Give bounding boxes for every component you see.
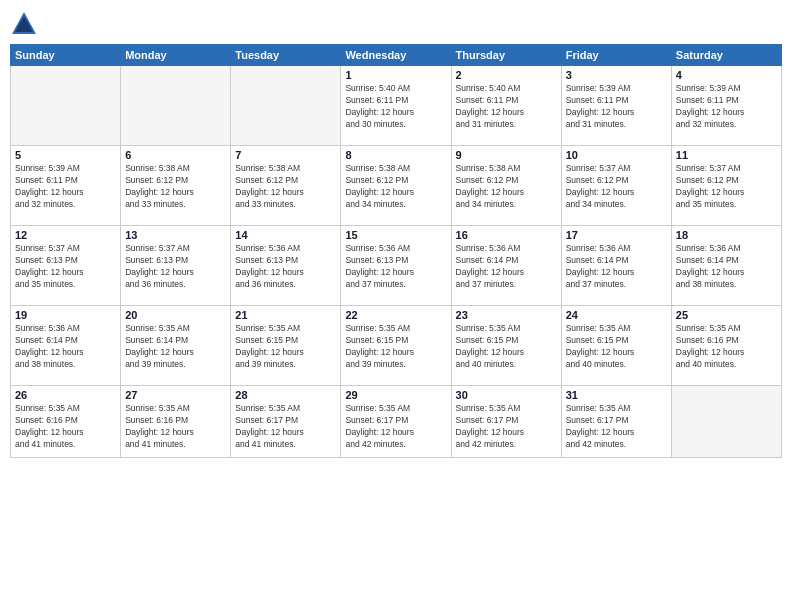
day-number: 5: [15, 149, 116, 161]
day-number: 12: [15, 229, 116, 241]
day-info: Sunrise: 5:39 AMSunset: 6:11 PMDaylight:…: [15, 163, 116, 211]
calendar-cell: 1Sunrise: 5:40 AMSunset: 6:11 PMDaylight…: [341, 66, 451, 146]
calendar-cell: 23Sunrise: 5:35 AMSunset: 6:15 PMDayligh…: [451, 306, 561, 386]
day-info: Sunrise: 5:36 AMSunset: 6:14 PMDaylight:…: [456, 243, 557, 291]
day-info: Sunrise: 5:38 AMSunset: 6:12 PMDaylight:…: [235, 163, 336, 211]
weekday-header-row: SundayMondayTuesdayWednesdayThursdayFrid…: [11, 45, 782, 66]
day-number: 30: [456, 389, 557, 401]
calendar-cell: 10Sunrise: 5:37 AMSunset: 6:12 PMDayligh…: [561, 146, 671, 226]
logo-icon: [10, 10, 38, 38]
day-info: Sunrise: 5:40 AMSunset: 6:11 PMDaylight:…: [456, 83, 557, 131]
calendar-cell: 19Sunrise: 5:36 AMSunset: 6:14 PMDayligh…: [11, 306, 121, 386]
day-info: Sunrise: 5:37 AMSunset: 6:12 PMDaylight:…: [676, 163, 777, 211]
calendar-cell: 31Sunrise: 5:35 AMSunset: 6:17 PMDayligh…: [561, 386, 671, 458]
day-info: Sunrise: 5:38 AMSunset: 6:12 PMDaylight:…: [456, 163, 557, 211]
week-row-5: 26Sunrise: 5:35 AMSunset: 6:16 PMDayligh…: [11, 386, 782, 458]
weekday-header-tuesday: Tuesday: [231, 45, 341, 66]
page: SundayMondayTuesdayWednesdayThursdayFrid…: [0, 0, 792, 612]
day-info: Sunrise: 5:35 AMSunset: 6:15 PMDaylight:…: [566, 323, 667, 371]
day-info: Sunrise: 5:36 AMSunset: 6:14 PMDaylight:…: [566, 243, 667, 291]
calendar-cell: 29Sunrise: 5:35 AMSunset: 6:17 PMDayligh…: [341, 386, 451, 458]
day-number: 25: [676, 309, 777, 321]
day-number: 14: [235, 229, 336, 241]
weekday-header-thursday: Thursday: [451, 45, 561, 66]
day-number: 29: [345, 389, 446, 401]
calendar-cell: [671, 386, 781, 458]
calendar-cell: 14Sunrise: 5:36 AMSunset: 6:13 PMDayligh…: [231, 226, 341, 306]
calendar-cell: 6Sunrise: 5:38 AMSunset: 6:12 PMDaylight…: [121, 146, 231, 226]
weekday-header-saturday: Saturday: [671, 45, 781, 66]
day-number: 2: [456, 69, 557, 81]
day-info: Sunrise: 5:35 AMSunset: 6:15 PMDaylight:…: [345, 323, 446, 371]
day-info: Sunrise: 5:35 AMSunset: 6:17 PMDaylight:…: [235, 403, 336, 451]
logo: [10, 10, 42, 38]
calendar-cell: 30Sunrise: 5:35 AMSunset: 6:17 PMDayligh…: [451, 386, 561, 458]
day-info: Sunrise: 5:35 AMSunset: 6:17 PMDaylight:…: [566, 403, 667, 451]
calendar-cell: 4Sunrise: 5:39 AMSunset: 6:11 PMDaylight…: [671, 66, 781, 146]
day-number: 13: [125, 229, 226, 241]
calendar-cell: [121, 66, 231, 146]
calendar-cell: 18Sunrise: 5:36 AMSunset: 6:14 PMDayligh…: [671, 226, 781, 306]
day-number: 22: [345, 309, 446, 321]
week-row-4: 19Sunrise: 5:36 AMSunset: 6:14 PMDayligh…: [11, 306, 782, 386]
day-number: 7: [235, 149, 336, 161]
calendar-cell: 24Sunrise: 5:35 AMSunset: 6:15 PMDayligh…: [561, 306, 671, 386]
calendar-cell: 8Sunrise: 5:38 AMSunset: 6:12 PMDaylight…: [341, 146, 451, 226]
calendar-cell: 5Sunrise: 5:39 AMSunset: 6:11 PMDaylight…: [11, 146, 121, 226]
day-info: Sunrise: 5:35 AMSunset: 6:15 PMDaylight:…: [456, 323, 557, 371]
day-info: Sunrise: 5:35 AMSunset: 6:17 PMDaylight:…: [456, 403, 557, 451]
weekday-header-friday: Friday: [561, 45, 671, 66]
day-number: 3: [566, 69, 667, 81]
calendar-cell: 11Sunrise: 5:37 AMSunset: 6:12 PMDayligh…: [671, 146, 781, 226]
calendar-cell: 2Sunrise: 5:40 AMSunset: 6:11 PMDaylight…: [451, 66, 561, 146]
day-number: 24: [566, 309, 667, 321]
day-info: Sunrise: 5:36 AMSunset: 6:14 PMDaylight:…: [676, 243, 777, 291]
day-info: Sunrise: 5:38 AMSunset: 6:12 PMDaylight:…: [125, 163, 226, 211]
day-number: 18: [676, 229, 777, 241]
weekday-header-sunday: Sunday: [11, 45, 121, 66]
day-number: 1: [345, 69, 446, 81]
day-number: 21: [235, 309, 336, 321]
weekday-header-monday: Monday: [121, 45, 231, 66]
calendar-cell: 9Sunrise: 5:38 AMSunset: 6:12 PMDaylight…: [451, 146, 561, 226]
day-number: 17: [566, 229, 667, 241]
day-number: 27: [125, 389, 226, 401]
day-info: Sunrise: 5:38 AMSunset: 6:12 PMDaylight:…: [345, 163, 446, 211]
day-number: 26: [15, 389, 116, 401]
calendar-cell: 21Sunrise: 5:35 AMSunset: 6:15 PMDayligh…: [231, 306, 341, 386]
day-info: Sunrise: 5:39 AMSunset: 6:11 PMDaylight:…: [676, 83, 777, 131]
day-number: 28: [235, 389, 336, 401]
calendar-cell: 16Sunrise: 5:36 AMSunset: 6:14 PMDayligh…: [451, 226, 561, 306]
day-info: Sunrise: 5:37 AMSunset: 6:13 PMDaylight:…: [15, 243, 116, 291]
calendar-cell: 17Sunrise: 5:36 AMSunset: 6:14 PMDayligh…: [561, 226, 671, 306]
calendar-cell: 20Sunrise: 5:35 AMSunset: 6:14 PMDayligh…: [121, 306, 231, 386]
day-info: Sunrise: 5:35 AMSunset: 6:16 PMDaylight:…: [676, 323, 777, 371]
header: [10, 10, 782, 38]
calendar-cell: 3Sunrise: 5:39 AMSunset: 6:11 PMDaylight…: [561, 66, 671, 146]
day-number: 23: [456, 309, 557, 321]
day-info: Sunrise: 5:36 AMSunset: 6:13 PMDaylight:…: [345, 243, 446, 291]
day-number: 11: [676, 149, 777, 161]
day-number: 4: [676, 69, 777, 81]
calendar-cell: 15Sunrise: 5:36 AMSunset: 6:13 PMDayligh…: [341, 226, 451, 306]
calendar-cell: 13Sunrise: 5:37 AMSunset: 6:13 PMDayligh…: [121, 226, 231, 306]
day-number: 31: [566, 389, 667, 401]
day-info: Sunrise: 5:39 AMSunset: 6:11 PMDaylight:…: [566, 83, 667, 131]
day-info: Sunrise: 5:36 AMSunset: 6:14 PMDaylight:…: [15, 323, 116, 371]
calendar-cell: [11, 66, 121, 146]
day-info: Sunrise: 5:36 AMSunset: 6:13 PMDaylight:…: [235, 243, 336, 291]
day-info: Sunrise: 5:35 AMSunset: 6:16 PMDaylight:…: [15, 403, 116, 451]
day-info: Sunrise: 5:35 AMSunset: 6:17 PMDaylight:…: [345, 403, 446, 451]
day-info: Sunrise: 5:35 AMSunset: 6:14 PMDaylight:…: [125, 323, 226, 371]
day-number: 6: [125, 149, 226, 161]
weekday-header-wednesday: Wednesday: [341, 45, 451, 66]
day-info: Sunrise: 5:35 AMSunset: 6:15 PMDaylight:…: [235, 323, 336, 371]
week-row-2: 5Sunrise: 5:39 AMSunset: 6:11 PMDaylight…: [11, 146, 782, 226]
calendar-cell: 27Sunrise: 5:35 AMSunset: 6:16 PMDayligh…: [121, 386, 231, 458]
week-row-3: 12Sunrise: 5:37 AMSunset: 6:13 PMDayligh…: [11, 226, 782, 306]
day-number: 20: [125, 309, 226, 321]
day-number: 16: [456, 229, 557, 241]
day-number: 10: [566, 149, 667, 161]
calendar-cell: 22Sunrise: 5:35 AMSunset: 6:15 PMDayligh…: [341, 306, 451, 386]
calendar-cell: 7Sunrise: 5:38 AMSunset: 6:12 PMDaylight…: [231, 146, 341, 226]
